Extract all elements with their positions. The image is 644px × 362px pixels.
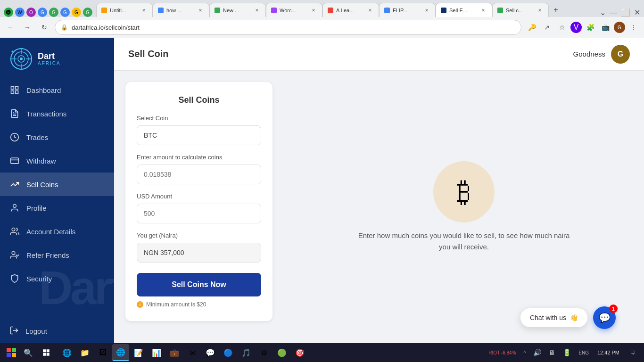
taskbar-app-5[interactable]: 📝 [130,344,147,361]
taskbar-app-9[interactable]: 💬 [202,344,219,361]
chat-button[interactable]: 💬 1 [593,306,616,329]
sidebar-item-refer-friends[interactable]: Refer Friends [0,243,114,267]
instruction-line2: you will receive. [439,243,489,251]
back-button[interactable]: ← [4,21,17,34]
chat-label: Chat with us [530,314,566,321]
reload-button[interactable]: ↻ [38,21,51,34]
min-amount-note: i Minimum amount is $20 [137,301,261,308]
taskbar-app-12[interactable]: ⚙ [256,344,272,361]
share-icon[interactable]: ↗ [540,21,553,34]
taskbar-app-14[interactable]: 🎯 [291,344,308,361]
right-panel: ₿ Enter how much coins you would like to… [284,71,644,343]
select-coin-input[interactable] [137,125,261,145]
new-tab-button[interactable]: + [549,3,563,17]
taskbar-clock[interactable]: 12:42 PM [594,349,623,356]
sidebar-item-sell-coins[interactable]: Sell Coins [0,173,114,196]
svg-rect-26 [43,349,46,352]
naira-input [137,243,261,263]
sidebar-item-trades[interactable]: Trades [0,125,114,149]
puzzle-icon[interactable]: 🧩 [584,21,597,34]
taskbar-app-tasklist[interactable] [38,344,55,361]
sidebar-item-dashboard[interactable]: Dashboard [0,78,114,102]
sidebar-item-account-details[interactable]: Account Details [0,220,114,243]
taskbar-chevron[interactable]: ^ [521,348,529,357]
browser-tab-6[interactable]: FLIP... × [379,3,436,17]
browser-tab-2[interactable]: how ... × [153,3,209,17]
chat-emoji: 👋 [570,314,578,321]
taskbar-app-7[interactable]: 💼 [166,344,183,361]
url-text: dartafrica.io/sellcoin/start [72,24,515,31]
logout-item[interactable]: Logout [0,319,114,343]
usd-input[interactable] [137,204,261,223]
svg-rect-25 [12,353,16,357]
taskbar-riot[interactable]: RIOT -6.84% [486,348,519,357]
browser-tab-8[interactable]: Sell c... × [492,3,549,17]
withdraw-icon [9,156,20,166]
browser-tab-1[interactable]: Untitl... × [96,3,153,17]
settings-icon[interactable]: ⋮ [627,21,640,34]
browser-tab-7[interactable]: Sell E... × [436,3,492,17]
security-icon [9,273,20,284]
logo-icon: + [9,47,33,71]
taskbar-notifications[interactable]: 🗨 [625,345,640,360]
profile-avatar-toolbar[interactable]: G [614,22,625,33]
taskbar-app-8[interactable]: ✉ [184,344,201,361]
taskbar-app-4[interactable]: 🌐 [112,344,129,361]
tab-overflow[interactable]: ⌄ [600,8,606,17]
amount-input[interactable] [137,165,261,184]
taskbar-app-10[interactable]: 🔵 [220,344,237,361]
svg-point-19 [12,228,15,231]
sell-form-card: Sell Coins Select Coin Enter amount to c… [125,82,272,321]
sidebar-item-security[interactable]: Security [0,267,114,290]
sell-form-title: Sell Coins [137,95,261,105]
cast-icon[interactable]: 📺 [599,21,612,34]
taskbar-system: RIOT -6.84% ^ 🔊 🖥 🔋 ENG 12:42 PM 🗨 [486,345,640,360]
taskbar-time: 12:42 PM [597,350,619,355]
refer-friends-label: Refer Friends [26,251,69,259]
user-avatar: G [611,45,630,64]
key-icon[interactable]: 🔑 [525,21,538,34]
main-content: Sell Coin Goodness G Sell Coins Select C… [114,38,644,343]
account-details-icon [9,226,20,237]
taskbar-app-13[interactable]: 🟢 [273,344,290,361]
bookmark-icon[interactable]: ☆ [555,21,569,34]
sell-coins-now-button[interactable]: Sell Coins Now [137,273,261,296]
browser-chrome: 🅦 W O G G G G G Untitl... × how ... × Ne… [0,0,644,38]
sidebar: + Dart AFRICA Dashboard Transactions [0,38,114,343]
taskbar-battery[interactable]: 🔋 [560,347,574,358]
taskbar-app-11[interactable]: 🎵 [238,344,255,361]
taskbar-app-3[interactable]: 🖼 [94,344,111,361]
taskbar-app-1[interactable]: 🌐 [58,344,75,361]
close-window-button[interactable]: ✕ [634,8,640,17]
taskbar-app-2[interactable]: 📁 [76,344,93,361]
forward-button[interactable]: → [21,21,34,34]
browser-tab-3[interactable]: New ... × [209,3,266,17]
naira-label: You get (Naira) [137,232,261,239]
taskbar-search-button[interactable]: 🔍 [21,345,36,360]
address-bar[interactable]: 🔒 dartafrica.io/sellcoin/start [55,20,521,35]
browser-tab-5[interactable]: A Lea... × [322,3,379,17]
extensions-icon[interactable]: V [570,22,582,33]
sidebar-item-withdraw[interactable]: Withdraw [0,149,114,173]
svg-rect-9 [11,87,14,90]
start-button[interactable] [4,345,19,360]
lock-icon: 🔒 [61,24,68,31]
minimize-button[interactable]: — [610,8,617,17]
sidebar-item-transactions[interactable]: Transactions [0,102,114,125]
browser-tab-4[interactable]: Worc... × [266,3,322,17]
taskbar-keyboard[interactable]: ENG [576,348,592,357]
svg-rect-22 [7,348,11,352]
sidebar-item-profile[interactable]: Profile [0,196,114,220]
taskbar-network[interactable]: 🖥 [546,347,558,358]
taskbar-volume[interactable]: 🔊 [530,347,544,358]
chat-bubble[interactable]: Chat with us 👋 [520,308,587,327]
maximize-button[interactable]: ⬜ [621,8,630,17]
browser-toolbar: ← → ↻ 🔒 dartafrica.io/sellcoin/start 🔑 ↗… [0,17,644,38]
taskbar-app-6[interactable]: 📊 [148,344,165,361]
chat-badge: 1 [609,304,618,313]
sell-coins-label: Sell Coins [26,181,58,189]
svg-point-3 [20,58,23,60]
profile-icon [9,203,20,213]
transactions-label: Transactions [26,110,66,118]
sell-form-panel: Sell Coins Select Coin Enter amount to c… [114,71,284,343]
